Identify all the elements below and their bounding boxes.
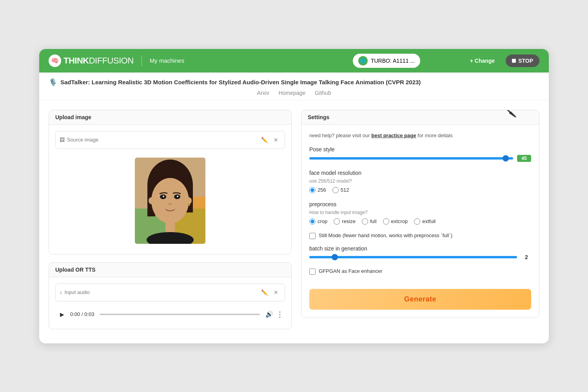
svg-point-15 [186, 197, 192, 204]
preprocess-full-option[interactable]: full [362, 218, 377, 225]
clear-image-button[interactable]: ✕ [271, 135, 281, 145]
svg-point-9 [163, 196, 164, 197]
pose-style-row: Pose style 45 [309, 146, 531, 162]
github-link[interactable]: Github [315, 90, 331, 96]
upload-audio-body: ♪ Input audio ✏️ ✕ ▶ 0:00 / 0:03 🔊 [49, 277, 291, 329]
gfpgan-row: GFPGAN as Face enhancer [309, 268, 531, 275]
svg-rect-12 [165, 221, 175, 233]
face-svg [135, 158, 205, 244]
stop-icon [512, 59, 516, 63]
machine-icon: 🌐 [358, 56, 368, 65]
settings-card: Settings need help? please visit our bes… [301, 110, 539, 318]
page-title-icon: 🎙️ [49, 78, 57, 87]
preprocess-extcrop-option[interactable]: extcrop [383, 218, 408, 225]
source-image [135, 158, 205, 244]
upload-image-body: 🖼 Source image ✏️ ✕ [49, 125, 291, 254]
arxiv-link[interactable]: Arxiv [257, 90, 269, 96]
preprocess-full-radio[interactable] [362, 218, 368, 225]
navbar: 🧠 THINKDIFFUSION My machines 🌐 TURBO: A1… [39, 49, 549, 73]
machine-name: TURBO: A1111 ... [371, 58, 415, 64]
svg-point-14 [149, 197, 154, 204]
settings-body: need help? please visit our best practic… [301, 125, 539, 318]
generate-button[interactable]: Generate [309, 289, 531, 310]
navbar-left: 🧠 THINKDIFFUSION My machines [49, 54, 184, 67]
upload-image-card: Upload image 🖼 Source image ✏️ ✕ [49, 110, 292, 254]
settings-header: Settings [301, 110, 539, 125]
more-options-button[interactable]: ⋮ [276, 310, 283, 319]
pose-style-label: Pose style [309, 146, 531, 152]
source-label: 🖼 Source image [60, 137, 98, 143]
audio-player: ▶ 0:00 / 0:03 🔊 ⋮ [55, 306, 285, 323]
face-model-radio-group: 256 512 [309, 187, 531, 193]
resolution-512-option[interactable]: 512 [332, 187, 349, 193]
face-model-resolution-row: face model resolution use 256/512 model?… [309, 170, 531, 193]
preprocess-extfull-radio[interactable] [414, 218, 420, 225]
preprocess-radio-group: crop resize full [309, 218, 531, 225]
still-mode-label: Still Mode (fewer hand motion, works wit… [319, 232, 452, 238]
left-panel: Upload image 🖼 Source image ✏️ ✕ [49, 110, 292, 334]
gfpgan-checkbox[interactable] [309, 269, 316, 275]
stop-button[interactable]: STOP [506, 54, 539, 67]
change-button[interactable]: + Change [464, 54, 501, 67]
help-text: need help? please visit our best practic… [309, 132, 531, 138]
preprocess-crop-radio[interactable] [309, 218, 316, 225]
machine-badge: 🌐 TURBO: A1111 ... [353, 54, 420, 68]
navbar-divider [142, 55, 142, 66]
source-image-upload-area[interactable]: 🖼 Source image ✏️ ✕ [55, 131, 285, 149]
preprocess-label: preprocess [309, 201, 531, 207]
preprocess-extfull-option[interactable]: extfull [414, 218, 436, 225]
image-file-icon: 🖼 [60, 137, 65, 143]
batch-size-label: batch size in generation [309, 245, 531, 252]
sub-header: 🎙️ SadTalker: Learning Realistic 3D Moti… [39, 73, 549, 100]
audio-actions: ✏️ ✕ [260, 288, 281, 297]
svg-point-6 [151, 178, 189, 223]
svg-point-11 [168, 203, 172, 205]
pose-style-value: 45 [517, 155, 531, 162]
svg-point-16 [188, 203, 190, 206]
preprocess-sublabel: How to handle input image? [309, 210, 531, 215]
svg-point-10 [177, 196, 178, 197]
audio-upload-area[interactable]: ♪ Input audio ✏️ ✕ [55, 283, 285, 301]
time-display: 0:00 / 0:03 [70, 311, 94, 317]
logo-text: THINKDIFFUSION [64, 56, 134, 66]
edit-image-button[interactable]: ✏️ [260, 135, 269, 145]
gfpgan-label: GFPGAN as Face enhancer [319, 268, 383, 274]
preprocess-resize-radio[interactable] [334, 218, 340, 225]
preprocess-row: preprocess How to handle input image? cr… [309, 201, 531, 225]
batch-size-slider[interactable] [309, 256, 517, 258]
audio-progress-bar[interactable] [100, 314, 260, 315]
image-actions: ✏️ ✕ [260, 135, 281, 145]
navbar-right: 🌐 TURBO: A1111 ... 01:03:08 + Change STO… [353, 54, 539, 68]
preprocess-extcrop-radio[interactable] [383, 218, 389, 225]
upload-audio-header: Upload OR TTS [49, 263, 291, 277]
source-image-container [55, 154, 285, 248]
preprocess-resize-option[interactable]: resize [334, 218, 356, 225]
edit-audio-button[interactable]: ✏️ [260, 288, 269, 297]
face-model-sublabel: use 256/512 model? [309, 178, 531, 184]
resolution-256-radio[interactable] [309, 187, 316, 193]
audio-file-icon: ♪ [60, 289, 62, 295]
volume-button[interactable]: 🔊 [265, 310, 273, 318]
play-button[interactable]: ▶ [57, 309, 67, 319]
main-content: Upload image 🖼 Source image ✏️ ✕ [39, 100, 549, 343]
resolution-512-radio[interactable] [332, 187, 339, 193]
right-panel: Settings need help? please visit our bes… [301, 110, 539, 334]
pose-style-slider-container: 45 [309, 155, 531, 162]
timer-display: 01:03:08 [425, 56, 459, 65]
preprocess-crop-option[interactable]: crop [309, 218, 327, 225]
my-machines-link[interactable]: My machines [150, 57, 184, 64]
logo-icon: 🧠 [49, 54, 61, 67]
batch-size-controls: 2 [309, 254, 531, 260]
page-title: 🎙️ SadTalker: Learning Realistic 3D Moti… [49, 78, 539, 87]
homepage-link[interactable]: Homepage [279, 90, 306, 96]
upload-image-header: Upload image [49, 110, 291, 125]
help-link[interactable]: best practice page [371, 132, 416, 138]
sub-links: Arxiv Homepage Github [49, 90, 539, 96]
pose-style-slider[interactable] [309, 157, 513, 160]
clear-audio-button[interactable]: ✕ [271, 288, 281, 297]
still-mode-checkbox[interactable] [309, 233, 316, 239]
logo: 🧠 THINKDIFFUSION [49, 54, 134, 67]
still-mode-row: Still Mode (fewer hand motion, works wit… [309, 232, 531, 239]
resolution-256-option[interactable]: 256 [309, 187, 326, 193]
face-model-label: face model resolution [309, 170, 531, 176]
